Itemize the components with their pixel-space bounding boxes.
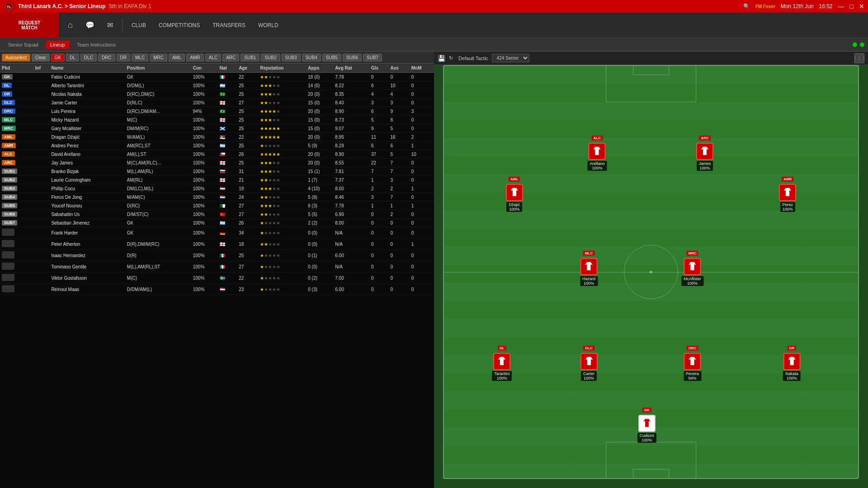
table-row[interactable]: AML Dragan Džajić W/AM(L) 100% 🇷🇸 22 ★★★… xyxy=(0,133,434,141)
col-pkd[interactable]: Pkd xyxy=(0,64,33,73)
pitch-player-alc[interactable]: ALC Arellano100% xyxy=(587,143,607,171)
pitch-player-drc[interactable]: DRC Pereira94% xyxy=(684,353,701,381)
close-btn[interactable]: ✕ xyxy=(859,3,864,10)
col-name[interactable]: Name xyxy=(49,64,125,73)
table-row[interactable]: SUB7 Sebastian Jimenez GK 100% 🇦🇷 26 ★★★… xyxy=(0,219,434,227)
table-row[interactable]: SUB5 Youcef Nounou D(RC) 100% 🇩🇿 27 ★★★★… xyxy=(0,202,434,210)
filter-alc[interactable]: ALC xyxy=(205,54,221,61)
col-inf[interactable]: Inf xyxy=(33,64,50,73)
col-con[interactable]: Con xyxy=(191,64,218,73)
player-nat: 🇮🇹 xyxy=(218,73,237,81)
filter-dlc[interactable]: DLC xyxy=(80,54,97,61)
mail-nav-btn[interactable]: ✉ xyxy=(102,19,118,31)
player-pkd: SUB7 xyxy=(0,219,33,227)
filter-sub1[interactable]: SUB1 xyxy=(241,54,259,61)
filter-dl[interactable]: DL xyxy=(66,54,79,61)
pitch-player-dr[interactable]: DR Nakata100% xyxy=(783,353,801,381)
col-apps[interactable]: Apps xyxy=(306,64,333,73)
pitch-player-aml[interactable]: AML Džajić100% xyxy=(506,184,523,212)
filter-sub7[interactable]: SUB7 xyxy=(363,54,382,61)
world-nav-btn[interactable]: WORLD xyxy=(253,20,284,30)
col-position[interactable]: Position xyxy=(125,64,191,73)
table-row[interactable]: GK Fabio Cudicini GK 100% 🇮🇹 22 ★★★★★ 18… xyxy=(0,73,434,81)
pitch-player-mlc[interactable]: MLC Hazard100% xyxy=(580,258,598,286)
home-nav-btn[interactable]: ⌂ xyxy=(62,19,78,32)
pitch-player-dl[interactable]: DL Tarantini100% xyxy=(492,353,512,381)
competitions-nav-btn[interactable]: COMPETITIONS xyxy=(153,20,205,30)
player-age: 27 xyxy=(237,99,258,107)
pitch-player-arc[interactable]: ARC James100% xyxy=(696,143,713,171)
col-mom[interactable]: MoM xyxy=(410,64,434,73)
table-row[interactable]: Peter Atherton D(R),DM/M(RC) 100% 🏴󠁧󠁢󠁥󠁮󠁧… xyxy=(0,239,434,250)
clear-btn[interactable]: Clear xyxy=(32,54,50,61)
table-row[interactable]: Frank Harder GK 100% 🇩🇪 34 ★★★★★ 0 (0) N… xyxy=(0,227,434,239)
filter-sub3[interactable]: SUB3 xyxy=(282,54,301,61)
table-row[interactable]: Reinout Maas D/DM/AM(L) 100% 🇳🇱 23 ★★★★★… xyxy=(0,284,434,295)
filter-aml[interactable]: AML xyxy=(169,54,185,61)
pitch-player-dlc[interactable]: DLC Carter100% xyxy=(580,353,598,381)
team-instructions-tab[interactable]: Team Instructions xyxy=(72,41,120,49)
filter-amr[interactable]: AMR xyxy=(186,54,203,61)
table-row[interactable]: MLC Micky Hazard M(C) 100% 🏴󠁧󠁢󠁥󠁮󠁧󠁿 25 ★★… xyxy=(0,116,434,124)
club-nav-btn[interactable]: CLUB xyxy=(126,20,151,30)
filter-gk[interactable]: GK xyxy=(51,54,65,61)
player-pos-label-dlc: DLC xyxy=(583,346,594,351)
pitch-player-amr[interactable]: AMR Perez100% xyxy=(779,184,796,212)
refresh-tactic-icon[interactable]: ↻ xyxy=(449,55,453,61)
col-gls[interactable]: Gls xyxy=(369,64,388,73)
table-row[interactable]: SUB3 Phillip Cocu DM(LC),M(L) 100% 🇳🇱 19… xyxy=(0,184,434,193)
minimize-btn[interactable]: — xyxy=(838,3,844,10)
table-row[interactable]: DL Alberto Tarantini D/DM(L) 100% 🇦🇷 25 … xyxy=(0,81,434,90)
player-nat: 🇷🇸 xyxy=(218,133,237,141)
table-row[interactable]: DRC Luis Pereira D(RC),DM/AM... 94% 🇧🇷 2… xyxy=(0,107,434,116)
search-icon[interactable]: 🔍 xyxy=(743,3,750,9)
formation-select[interactable]: 424 Senior xyxy=(492,54,529,62)
senior-squad-tab[interactable]: Senior Squad xyxy=(4,41,43,49)
filter-dr[interactable]: DR xyxy=(117,54,130,61)
lineup-tab[interactable]: Lineup xyxy=(46,41,70,49)
table-row[interactable]: DR Nicolas Nakata D(RC),DM(C) 100% 🇧🇷 25… xyxy=(0,90,434,99)
player-rep: ★★★★★ xyxy=(258,124,306,133)
filter-sub6[interactable]: SUB6 xyxy=(343,54,362,61)
player-nat: 🏴󠁧󠁢󠁳󠁣󠁴󠁿 xyxy=(218,124,237,133)
table-row[interactable]: Viktor Gustafsson M(C) 100% 🇸🇪 22 ★★★★★ … xyxy=(0,272,434,284)
table-row[interactable]: DLC Jamie Carter D(RLC) 100% 🏴󠁧󠁢󠁥󠁮󠁧󠁿 27 … xyxy=(0,99,434,107)
col-nat[interactable]: Nat xyxy=(218,64,237,73)
table-row[interactable]: ALC David Arellano AM(L),ST 100% 🇨🇱 26 ★… xyxy=(0,150,434,159)
speech-nav-btn[interactable]: 💬 xyxy=(80,19,100,31)
player-pkd: DR xyxy=(0,90,33,99)
filter-sub2[interactable]: SUB2 xyxy=(261,54,280,61)
table-row[interactable]: SUB4 Florus De Jong M/AM(C) 100% 🇳🇱 24 ★… xyxy=(0,193,434,202)
filter-mlc[interactable]: MLC xyxy=(132,54,148,61)
col-ass[interactable]: Ass xyxy=(388,64,409,73)
autoselect-btn[interactable]: Autoselect xyxy=(2,54,30,61)
table-row[interactable]: MRC Gary Mcallister DM/M(RC) 100% 🏴󠁧󠁢󠁳󠁣󠁴… xyxy=(0,124,434,133)
filter-sub4[interactable]: SUB4 xyxy=(302,54,321,61)
pitch-player-mrc[interactable]: MRC McAllister100% xyxy=(681,258,703,286)
request-match-panel[interactable]: REQUEST MATCH xyxy=(0,13,59,38)
filter-arc[interactable]: ARC xyxy=(222,54,239,61)
table-row[interactable]: SUB1 Branko Bizjak M(L),AM(RL) 100% 🇸🇮 3… xyxy=(0,167,434,176)
table-row[interactable]: SUB2 Laurie Cunningham AM(RL) 100% 🏴󠁧󠁢󠁥󠁮… xyxy=(0,176,434,184)
player-nat: 🏴󠁧󠁢󠁥󠁮󠁧󠁿 xyxy=(218,239,237,250)
filter-sub5[interactable]: SUB5 xyxy=(322,54,341,61)
table-row[interactable]: AMR Andres Perez AM(RC),ST 100% 🇦🇷 25 ★★… xyxy=(0,141,434,150)
filter-mrc[interactable]: MRC xyxy=(150,54,167,61)
player-age: 27 xyxy=(237,210,258,219)
table-row[interactable]: Isaac Hernandez D(R) 100% 🇲🇽 25 ★★★★★ 0 … xyxy=(0,250,434,261)
pitch-player-gk[interactable]: GK Cudicini100% xyxy=(637,415,656,443)
player-ass: 0 xyxy=(388,239,409,250)
maximize-btn[interactable]: □ xyxy=(850,3,854,10)
filter-drc[interactable]: DRC xyxy=(98,54,115,61)
player-pkd: AMR xyxy=(0,141,33,150)
save-tactic-icon[interactable]: 💾 xyxy=(438,55,445,62)
col-rep[interactable]: Reputation xyxy=(258,64,306,73)
col-age[interactable]: Age xyxy=(237,64,258,73)
table-row[interactable]: Tommaso Gentile M(L),AM(RL),ST 100% 🇮🇹 2… xyxy=(0,261,434,272)
player-name: Micky Hazard xyxy=(49,116,125,124)
col-avgrat[interactable]: Avg Rat xyxy=(333,64,369,73)
table-row[interactable]: SUB6 Sabahattin Us D/M/ST(C) 100% 🇹🇷 27 … xyxy=(0,210,434,219)
tactic-menu-btn[interactable]: ⋮⋮⋮ xyxy=(854,53,864,63)
transfers-nav-btn[interactable]: TRANSFERS xyxy=(207,20,251,30)
table-row[interactable]: ARC Jay James M(C),AM(RLC)... 100% 🏴󠁧󠁢󠁥󠁮… xyxy=(0,159,434,167)
